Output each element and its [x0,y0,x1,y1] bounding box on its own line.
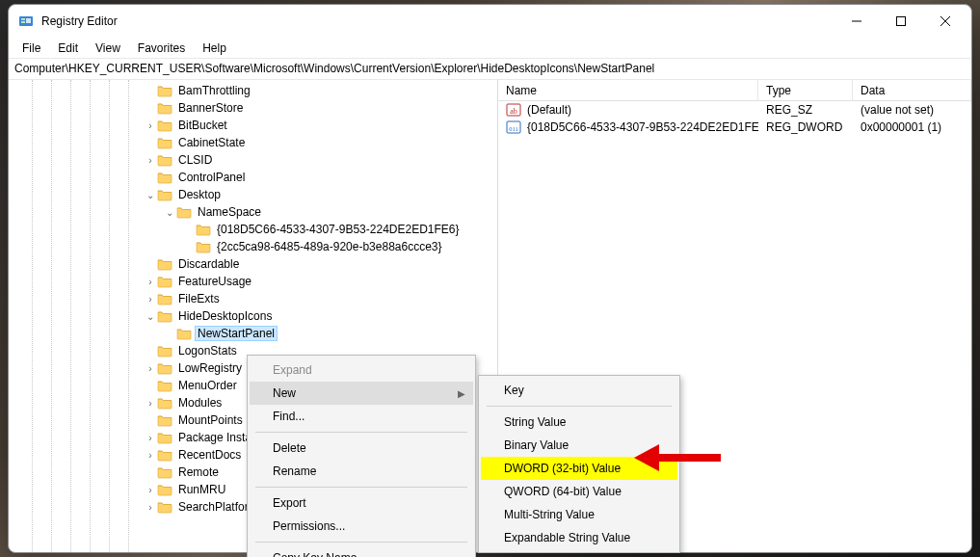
folder-icon [157,483,172,496]
expand-toggle-closed-icon[interactable]: › [144,502,157,513]
folder-icon [157,448,172,462]
tree-node[interactable]: ⌄NameSpace [9,203,497,221]
menu-item-label: Rename [273,464,316,478]
tree-node[interactable]: ›{2cc5ca98-6485-489a-920e-b3e88a6ccce3} [9,238,497,255]
tree-node-label: CabinetState [176,136,247,149]
tree-node-label: RecentDocs [176,448,243,462]
menu-item-label: Key [504,384,524,397]
folder-icon [157,257,172,271]
maximize-button[interactable] [879,7,923,36]
menu-item[interactable]: DWORD (32-bit) Value [481,457,677,480]
folder-icon [157,119,172,132]
expand-toggle-closed-icon[interactable]: › [144,294,157,305]
expand-toggle-closed-icon[interactable]: › [144,433,157,443]
tree-node-label: CLSID [176,153,214,167]
menu-item[interactable]: Rename [250,460,473,483]
regedit-app-icon [18,13,34,29]
menu-item[interactable]: Expandable String Value [481,526,677,549]
value-row[interactable]: 011{018D5C66-4533-4307-9B53-224DE2ED1FE6… [498,119,971,136]
column-data[interactable]: Data [853,80,971,100]
menu-item[interactable]: Export [250,491,473,515]
folder-icon [157,153,172,167]
tree-node[interactable]: ›ControlPanel [9,169,497,186]
svg-rect-3 [26,18,31,23]
expand-toggle-closed-icon[interactable]: › [144,120,157,131]
expand-toggle-closed-icon[interactable]: › [144,485,157,495]
menu-item-label: Binary Value [504,438,569,452]
tree-node-label: FeatureUsage [176,275,253,288]
folder-icon [157,309,172,323]
folder-icon [157,413,172,427]
tree-node[interactable]: ›NewStartPanel [9,325,497,342]
menu-item[interactable]: QWORD (64-bit) Value [481,480,677,503]
menu-edit[interactable]: Edit [50,40,86,57]
folder-icon [157,101,172,115]
context-menu[interactable]: ExpandNew▶Find...DeleteRenameExportPermi… [247,355,476,557]
tree-node-label: Desktop [176,188,223,201]
tree-node-label: Modules [176,396,224,410]
minimize-button[interactable] [834,7,879,36]
menu-file[interactable]: File [14,40,48,57]
tree-node[interactable]: ›CabinetState [9,134,497,151]
dword-value-icon: 011 [506,119,521,135]
tree-node-label: HideDesktopIcons [176,309,274,323]
value-type: REG_SZ [758,103,853,117]
tree-node[interactable]: ›BitBucket [9,117,497,134]
value-name: (Default) [527,103,571,117]
tree-node[interactable]: ›{018D5C66-4533-4307-9B53-224DE2ED1FE6} [9,221,497,238]
expand-toggle-closed-icon[interactable]: › [144,155,157,166]
menu-separator [487,406,672,407]
tree-node[interactable]: ›CLSID [9,151,497,169]
titlebar[interactable]: Registry Editor [9,5,971,38]
tree-node[interactable]: ⌄HideDesktopIcons [9,307,497,325]
expand-toggle-open-icon[interactable]: ⌄ [144,311,157,322]
menubar: File Edit View Favorites Help [9,38,971,59]
menu-item[interactable]: Permissions... [250,515,473,538]
menu-item-label: Copy Key Name [273,551,357,557]
column-name[interactable]: Name [498,80,758,100]
folder-icon [157,500,172,514]
tree-node[interactable]: ›FileExts [9,290,497,307]
tree-node-label: BannerStore [176,101,245,115]
values-header[interactable]: Name Type Data [498,80,971,101]
value-data: (value not set) [853,103,971,117]
tree-node-label: MenuOrder [176,379,239,392]
expand-toggle-closed-icon[interactable]: › [144,277,157,287]
menu-item[interactable]: String Value [481,411,677,434]
tree-node-label: {2cc5ca98-6485-489a-920e-b3e88a6ccce3} [215,240,444,253]
tree-node-label: LowRegistry [176,361,244,375]
tree-node[interactable]: ⌄Desktop [9,186,497,203]
folder-icon [157,84,172,97]
close-button[interactable] [923,7,967,36]
address-bar[interactable]: Computer\HKEY_CURRENT_USER\Software\Micr… [9,59,971,80]
expand-toggle-open-icon[interactable]: ⌄ [163,207,176,218]
context-submenu-new[interactable]: KeyString ValueBinary ValueDWORD (32-bit… [478,375,680,553]
tree-node[interactable]: ›BannerStore [9,99,497,117]
svg-rect-1 [21,18,25,20]
svg-text:011: 011 [509,125,518,132]
menu-item[interactable]: Multi-String Value [481,503,677,526]
expand-toggle-closed-icon[interactable]: › [144,363,157,374]
column-type[interactable]: Type [758,80,853,100]
menu-item[interactable]: Key [481,379,677,402]
menu-item[interactable]: Binary Value [481,434,677,457]
tree-node[interactable]: ›BamThrottling [9,82,497,99]
expand-toggle-closed-icon[interactable]: › [144,398,157,409]
value-row[interactable]: ab(Default)REG_SZ(value not set) [498,101,971,119]
folder-icon [157,188,172,201]
tree-node[interactable]: ›FeatureUsage [9,273,497,290]
folder-icon [157,292,172,305]
svg-rect-2 [21,21,25,23]
expand-toggle-closed-icon[interactable]: › [144,450,157,461]
menu-item[interactable]: Copy Key Name [250,546,473,557]
folder-icon [196,223,211,236]
expand-toggle-open-icon[interactable]: ⌄ [144,190,157,200]
menu-item[interactable]: New▶ [250,382,473,405]
menu-item[interactable]: Delete [250,437,473,460]
menu-view[interactable]: View [88,40,128,57]
menu-help[interactable]: Help [195,40,234,57]
menu-favorites[interactable]: Favorites [130,40,193,57]
folder-icon [157,136,172,149]
menu-item[interactable]: Find... [250,405,473,428]
tree-node[interactable]: ›Discardable [9,255,497,273]
